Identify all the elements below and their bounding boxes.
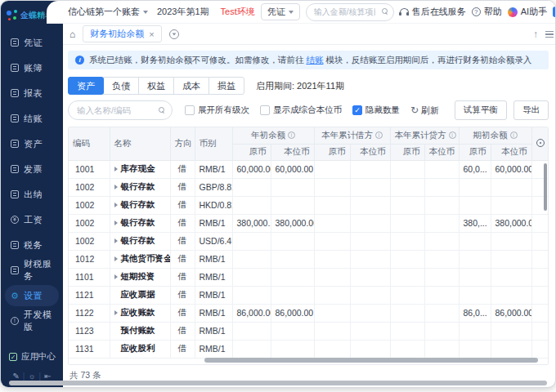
cell-code: 1121 — [69, 286, 110, 304]
cell-amount — [424, 160, 459, 178]
sidebar-item-settings[interactable]: 设置 — [5, 285, 59, 306]
after-sales-service-link[interactable]: 售后在线服务 — [400, 6, 466, 18]
table-row[interactable]: 1123预付账款借RMB/1 — [69, 322, 549, 340]
sidebar-item-invoice[interactable]: 发票 — [5, 158, 59, 180]
sidebar-item-tax-service[interactable]: 财税服务 — [5, 260, 59, 281]
checkbox-1[interactable]: 显示成综合本位币 — [260, 105, 342, 116]
cell-amount: 380,... — [459, 214, 491, 232]
category-tab-0[interactable]: 资产 — [68, 77, 104, 95]
expand-icon[interactable] — [114, 185, 118, 189]
info-icon[interactable]: i — [510, 131, 518, 139]
info-icon[interactable]: i — [375, 131, 383, 139]
cell-direction: 借 — [170, 268, 195, 286]
home-icon[interactable]: ⌂ — [70, 29, 75, 39]
expand-icon[interactable] — [114, 274, 118, 279]
cell-amount — [271, 196, 314, 214]
cell-spacer — [531, 214, 549, 232]
cell-amount — [232, 268, 271, 286]
table-row[interactable]: 1131应收股利借RMB/1 — [69, 340, 549, 358]
sidebar-item-tax[interactable]: 税务 — [5, 234, 59, 256]
cell-amount — [232, 232, 271, 250]
ai-assistant-link[interactable]: AI助手 — [508, 6, 547, 18]
cloud-accounting-dropdown[interactable]: 云会计 — [553, 6, 556, 18]
sidebar-item-closing[interactable]: 结账 — [5, 108, 59, 129]
table-row[interactable]: 1101短期投资借RMB/1 — [69, 268, 549, 286]
cell-spacer — [531, 268, 549, 286]
sidebar-item-app-center[interactable]: ✓ 应用中心 — [1, 351, 63, 363]
cell-name: 银行存款 — [110, 232, 170, 250]
collapse-sidebar-icon[interactable]: ⇤ — [44, 372, 51, 381]
cell-amount: 86,000.00 — [491, 304, 531, 322]
checkbox-2[interactable]: 隐藏数量 — [352, 105, 400, 116]
category-tab-1[interactable]: 负债 — [103, 77, 139, 95]
expand-icon[interactable] — [114, 203, 118, 207]
vertical-scrollbar[interactable] — [544, 163, 547, 211]
cell-name: 其他货币资金 — [110, 250, 170, 268]
closing-module-link[interactable]: 结账 — [306, 55, 323, 65]
sidebar-item-cashier[interactable]: 出纳 — [5, 184, 59, 205]
refresh-button[interactable]: ↻ 刷新 — [410, 105, 439, 117]
tab-initial-balance[interactable]: 财务初始余额 × — [83, 25, 161, 42]
help-link[interactable]: ? 帮助 — [472, 6, 502, 18]
table-row[interactable]: 1002银行存款借GBP/8.8247 — [69, 178, 549, 196]
expand-icon[interactable] — [114, 167, 118, 172]
edit-icon[interactable]: ✎ — [12, 372, 19, 381]
account-selector[interactable]: 信心链第一个账套 — [68, 6, 148, 18]
category-tab-3[interactable]: 成本 — [173, 77, 209, 95]
expand-icon[interactable] — [114, 256, 118, 261]
column-settings[interactable] — [531, 127, 549, 160]
table-row[interactable]: 1001库存现金借RMB/160,000.0060,000.0060,0...6… — [69, 160, 549, 178]
cell-amount — [424, 268, 459, 286]
category-tab-2[interactable]: 权益 — [138, 77, 174, 95]
sidebar-item-reports[interactable]: 报表 — [5, 82, 59, 104]
period-selector[interactable]: 2023年第1期 — [157, 6, 209, 18]
voucher-icon — [11, 38, 19, 47]
search-icon[interactable] — [159, 107, 164, 113]
cell-code: 1122 — [69, 304, 110, 322]
search-icon[interactable] — [382, 8, 388, 14]
cell-amount — [390, 178, 424, 196]
table-row[interactable]: 1122应收账款借RMB/186,000.0086,000.0086,0...8… — [69, 304, 549, 322]
table-row[interactable]: 1012其他货币资金借RMB/1 — [69, 250, 549, 268]
name-code-search-input[interactable] — [68, 100, 173, 120]
cell-amount — [459, 286, 491, 304]
table-row[interactable]: 1002银行存款借USD/6.4593 — [69, 232, 549, 250]
info-icon[interactable]: i — [449, 131, 456, 139]
cell-currency: RMB/1 — [195, 160, 232, 178]
expand-icon[interactable] — [114, 220, 118, 225]
theme-icon[interactable]: ☼ — [28, 372, 35, 381]
close-icon[interactable]: × — [149, 29, 154, 39]
sidebar-item-payroll[interactable]: 工资 — [5, 209, 59, 230]
table-row[interactable]: 1002银行存款借HKD/0.8298 — [69, 196, 549, 214]
sidebar-item-assets[interactable]: 资产 — [5, 133, 59, 154]
cell-name: 预付账款 — [110, 322, 170, 340]
voucher-dropdown-button[interactable]: 凭证 — [261, 3, 300, 20]
cell-name: 短期投资 — [110, 268, 170, 286]
cell-amount — [491, 340, 531, 358]
tab-list-icon[interactable] — [169, 29, 179, 39]
global-search-input[interactable] — [306, 3, 394, 21]
collapse-up-icon[interactable]: ↑ — [533, 29, 538, 40]
expand-placeholder — [114, 328, 118, 333]
cell-amount — [350, 232, 390, 250]
cell-amount — [459, 178, 491, 196]
menu-grid-icon[interactable] — [545, 31, 554, 38]
table-row[interactable]: 1121应收票据借RMB/1 — [69, 286, 549, 304]
sidebar-item-dev-template[interactable]: 开发模版 — [5, 310, 59, 332]
headset-icon — [400, 8, 409, 16]
horizontal-scrollbar[interactable] — [204, 358, 538, 363]
expand-icon[interactable] — [114, 238, 118, 243]
export-button[interactable]: 导出 — [513, 100, 549, 120]
sidebar-item-voucher[interactable]: 凭证 — [5, 32, 59, 53]
trial-balance-button[interactable]: 试算平衡 — [455, 100, 507, 120]
cell-amount — [390, 340, 424, 358]
expand-icon[interactable] — [114, 310, 118, 315]
checkbox-0[interactable]: 展开所有级次 — [185, 105, 249, 116]
info-icon[interactable]: i — [288, 131, 295, 139]
cell-direction: 借 — [170, 196, 195, 214]
cell-amount: 60,0... — [459, 160, 491, 178]
assets-icon — [11, 140, 19, 148]
sidebar-item-books[interactable]: 账簿 — [5, 57, 59, 78]
category-tab-4[interactable]: 损益 — [208, 77, 244, 95]
table-row[interactable]: 1002银行存款借RMB/1380,000...380,000.00380,..… — [69, 214, 549, 232]
